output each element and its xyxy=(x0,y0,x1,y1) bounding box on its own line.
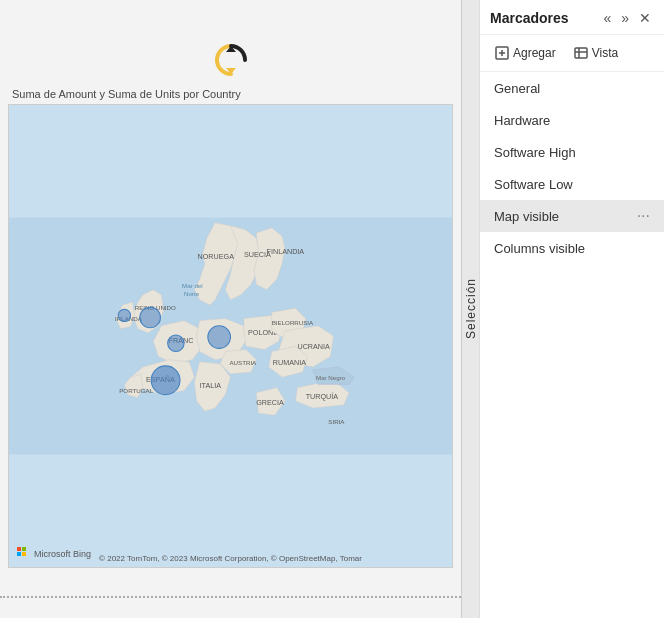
bookmark-item-columns-visible[interactable]: Columns visible··· xyxy=(480,232,664,264)
bookmark-item-general[interactable]: General··· xyxy=(480,72,664,104)
svg-text:PORTUGAL: PORTUGAL xyxy=(119,387,153,394)
svg-text:SIRIA: SIRIA xyxy=(328,418,345,425)
chart-title: Suma de Amount y Suma de Units por Count… xyxy=(12,88,241,100)
map-copyright: © 2022 TomTom, © 2023 Microsoft Corporat… xyxy=(9,554,452,563)
close-icon[interactable]: ✕ xyxy=(636,8,654,28)
bookmark-item-menu-icon[interactable]: ··· xyxy=(637,207,650,225)
bookmark-item-map-visible[interactable]: Map visible··· xyxy=(480,200,664,232)
svg-text:UCRANIA: UCRANIA xyxy=(297,342,330,351)
svg-text:Mar Negro: Mar Negro xyxy=(316,374,346,381)
panel-header: Marcadores « » ✕ xyxy=(480,0,664,35)
svg-point-27 xyxy=(208,326,231,349)
svg-rect-35 xyxy=(575,48,587,58)
add-button[interactable]: Agregar xyxy=(490,43,561,63)
svg-text:Mar del: Mar del xyxy=(182,282,203,289)
svg-text:GRECIA: GRECIA xyxy=(256,398,284,407)
add-label: Agregar xyxy=(513,46,556,60)
svg-text:ITALIA: ITALIA xyxy=(200,381,222,390)
main-content-area: Suma de Amount y Suma de Units por Count… xyxy=(0,0,461,618)
svg-text:BIELORRUSIA: BIELORRUSIA xyxy=(272,319,314,326)
bookmark-item-label: Software Low xyxy=(494,177,637,192)
expand-right-icon[interactable]: » xyxy=(618,8,632,28)
view-button[interactable]: Vista xyxy=(569,43,623,63)
bookmark-item-hardware[interactable]: Hardware··· xyxy=(480,104,664,136)
svg-text:FINLANDIA: FINLANDIA xyxy=(267,247,305,256)
bookmark-item-software-high[interactable]: Software High··· xyxy=(480,136,664,168)
view-label: Vista xyxy=(592,46,618,60)
panel-title: Marcadores xyxy=(490,10,569,26)
bookmark-item-label: Columns visible xyxy=(494,241,637,256)
svg-point-26 xyxy=(168,335,184,351)
svg-rect-28 xyxy=(17,547,21,551)
bookmark-item-label: General xyxy=(494,81,637,96)
bookmark-item-label: Hardware xyxy=(494,113,637,128)
bookmarks-panel: Marcadores « » ✕ Agregar Vista Gener xyxy=(479,0,664,618)
svg-text:AUSTRIA: AUSTRIA xyxy=(229,359,257,366)
svg-text:NORUEGA: NORUEGA xyxy=(198,252,235,261)
panel-toolbar: Agregar Vista xyxy=(480,35,664,72)
bookmark-item-label: Map visible xyxy=(494,209,637,224)
bookmark-item-software-low[interactable]: Software Low··· xyxy=(480,168,664,200)
map-container: SUECIA FINLANDIA NORUEGA REINO UNIDO IRL… xyxy=(8,104,453,568)
bookmarks-list: General···Hardware···Software High···Sof… xyxy=(480,72,664,618)
bookmark-item-label: Software High xyxy=(494,145,637,160)
collapse-left-icon[interactable]: « xyxy=(600,8,614,28)
bottom-dotted-line xyxy=(0,596,461,598)
svg-text:Norte: Norte xyxy=(184,290,200,297)
panel-header-icons: « » ✕ xyxy=(600,8,654,28)
svg-text:TURQUÍA: TURQUÍA xyxy=(306,392,339,401)
seleccion-label: Selección xyxy=(464,278,478,339)
loading-spinner xyxy=(211,40,251,80)
svg-point-24 xyxy=(118,309,130,321)
svg-point-25 xyxy=(151,366,180,395)
svg-rect-29 xyxy=(22,547,26,551)
svg-text:RUMANIA: RUMANIA xyxy=(273,358,306,367)
seleccion-tab[interactable]: Selección xyxy=(461,0,479,618)
svg-point-23 xyxy=(140,307,161,328)
